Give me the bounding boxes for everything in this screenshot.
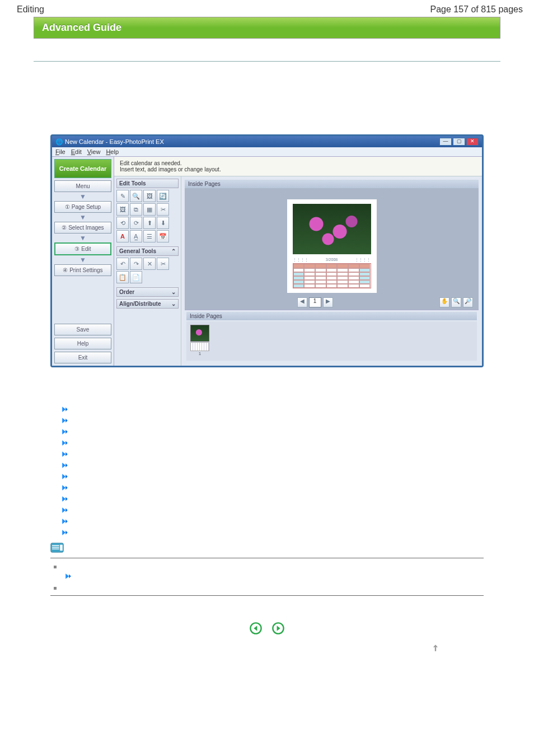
hand-tool-icon[interactable]: ✋ — [439, 297, 449, 307]
canvas-title: Inside Pages — [185, 180, 479, 188]
tool-calendar-icon[interactable]: 📅 — [157, 230, 169, 242]
order-header[interactable]: Order⌄ — [116, 287, 179, 297]
tool-frame-icon[interactable]: ⧉ — [130, 203, 142, 216]
window-title: New Calendar - Easy-PhotoPrint EX — [65, 138, 164, 145]
menu-view[interactable]: View — [87, 148, 101, 155]
save-button[interactable]: Save — [54, 324, 111, 335]
arrow-right-icon — [62, 417, 68, 424]
list-item — [62, 449, 484, 460]
tool-crop-icon[interactable]: ✂ — [157, 203, 169, 216]
thumbnail-item[interactable]: 1 — [190, 325, 210, 357]
svg-marker-7 — [65, 441, 68, 445]
thumb-bar: Inside Pages 1 — [185, 310, 479, 362]
tool-move-back-icon[interactable]: ⬇ — [157, 217, 169, 229]
menu-button[interactable]: Menu — [54, 180, 111, 192]
hint-line-1: Edit calendar as needed. — [120, 160, 476, 166]
page-number: 1 — [309, 297, 321, 307]
arrow-right-icon — [62, 473, 68, 480]
tool-zoom-icon[interactable]: 🔍 — [130, 190, 142, 202]
delete-icon[interactable]: ✕ — [143, 258, 156, 270]
svg-marker-16 — [62, 496, 65, 502]
tool-picture-icon[interactable]: 🖼 — [116, 203, 129, 216]
zoom-in-icon[interactable]: 🔍 — [451, 297, 461, 307]
tool-move-front-icon[interactable]: ⬆ — [143, 217, 156, 229]
calendar-grid — [293, 263, 371, 288]
svg-marker-13 — [65, 474, 68, 478]
note-row — [50, 542, 484, 553]
svg-marker-14 — [62, 485, 65, 491]
svg-marker-29 — [65, 573, 69, 579]
tool-text-edit-icon[interactable]: ☰ — [143, 230, 156, 242]
svg-marker-17 — [65, 497, 68, 501]
cut-icon[interactable]: ✂ — [157, 258, 169, 270]
copy-icon[interactable]: 📋 — [116, 271, 129, 283]
tool-edit-icon[interactable]: ✎ — [116, 190, 129, 202]
close-button[interactable]: ✕ — [466, 138, 479, 146]
next-page-button[interactable]: ▶ — [323, 297, 333, 307]
tool-text-icon[interactable]: A — [116, 230, 129, 242]
paste-icon[interactable]: 📄 — [130, 271, 142, 283]
step-print-settings[interactable]: ④ Print Settings — [54, 264, 111, 276]
step-page-setup[interactable]: ① Page Setup — [54, 201, 111, 213]
svg-rect-25 — [52, 545, 59, 547]
svg-rect-36 — [435, 647, 436, 651]
arrow-right-icon — [62, 406, 68, 413]
hint-bar: Edit calendar as needed. Insert text, ad… — [114, 157, 482, 176]
tool-flip-icon[interactable]: ⟲ — [116, 217, 129, 229]
menu-help[interactable]: Help — [106, 148, 119, 155]
maximize-button[interactable]: ▢ — [453, 138, 465, 146]
thumbbar-title: Inside Pages — [186, 312, 477, 320]
create-calendar-header: Create Calendar — [54, 159, 111, 178]
step-select-images[interactable]: ② Select Images — [54, 222, 111, 234]
redo-icon[interactable]: ↷ — [130, 258, 142, 270]
edit-tools-panel: Edit Tools ✎ 🔍 🖼 🔄 🖼 ⧉ ▦ ✂ — [114, 176, 181, 366]
tool-rotate-icon[interactable]: ⟳ — [130, 217, 142, 229]
note-item-1 — [50, 563, 484, 581]
svg-marker-1 — [65, 407, 68, 411]
canvas-body: ⋮⋮⋮⋮ 3/2008 ⋮⋮⋮⋮ — [185, 188, 479, 310]
bullets-section — [0, 384, 534, 606]
arrow-right-icon — [62, 451, 68, 458]
general-tools-header: General Tools⌃ — [116, 246, 179, 256]
svg-marker-9 — [65, 452, 68, 456]
svg-rect-27 — [52, 549, 59, 550]
minimize-button[interactable]: — — [439, 138, 452, 146]
tool-image-add-icon[interactable]: 🖼 — [143, 190, 156, 202]
list-item — [62, 483, 484, 494]
thumbnail-image — [190, 325, 209, 342]
tool-layout-icon[interactable]: ▦ — [143, 203, 156, 216]
thumbnail-cal — [190, 342, 209, 351]
arrow-right-icon — [62, 518, 68, 525]
help-button[interactable]: Help — [54, 338, 111, 349]
exit-button[interactable]: Exit — [54, 352, 111, 363]
svg-marker-30 — [69, 574, 71, 578]
prev-page-button[interactable]: ◀ — [297, 297, 307, 307]
list-item — [62, 438, 484, 449]
list-item — [62, 472, 484, 483]
svg-marker-35 — [433, 645, 438, 647]
svg-marker-8 — [62, 451, 65, 457]
calendar-preview[interactable]: ⋮⋮⋮⋮ 3/2008 ⋮⋮⋮⋮ — [287, 199, 377, 293]
zoom-out-icon[interactable]: 🔎 — [463, 297, 473, 307]
svg-marker-0 — [62, 407, 65, 412]
arrow-right-icon — [62, 484, 68, 491]
menu-file[interactable]: File — [55, 148, 65, 155]
list-item — [62, 528, 484, 539]
step-edit[interactable]: ③ Edit — [54, 242, 111, 255]
divider — [50, 595, 484, 596]
section-title: Editing — [17, 4, 44, 15]
app-window: 🌐 New Calendar - Easy-PhotoPrint EX — ▢ … — [50, 134, 484, 367]
menu-edit[interactable]: Edit — [71, 148, 82, 155]
page-top-icon[interactable] — [432, 644, 439, 652]
undo-icon[interactable]: ↶ — [116, 258, 129, 270]
divider — [50, 558, 484, 558]
next-page-icon[interactable] — [271, 622, 285, 635]
tool-image-swap-icon[interactable]: 🔄 — [157, 190, 169, 202]
arrow-down-icon: ▼ — [54, 258, 111, 262]
list-item — [62, 494, 484, 505]
svg-marker-18 — [62, 507, 65, 513]
svg-marker-19 — [65, 508, 68, 512]
prev-page-icon[interactable] — [249, 622, 263, 635]
tool-text-style-icon[interactable]: A̲ — [130, 230, 142, 242]
align-header[interactable]: Align/Distribute⌄ — [116, 299, 179, 309]
